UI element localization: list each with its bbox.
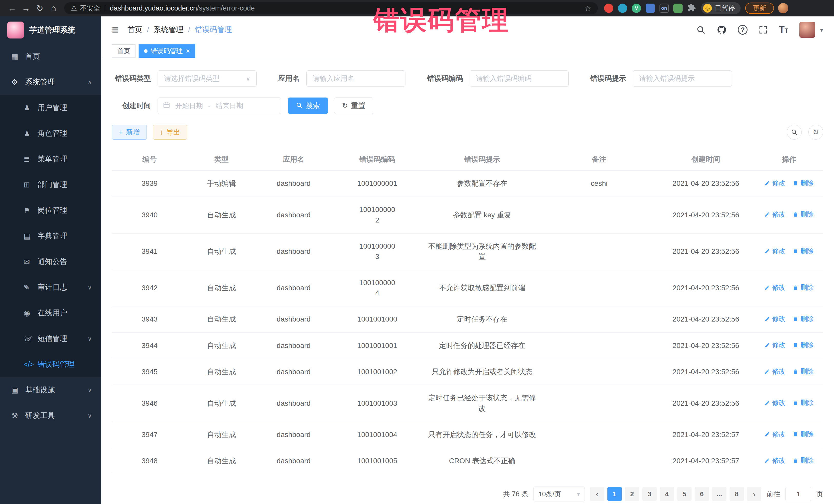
edit-link[interactable]: 修改 [765, 246, 786, 256]
row-operations: 修改删除 [755, 171, 823, 197]
refresh-table-button[interactable]: ↻ [808, 125, 823, 139]
row-time: 2021-04-20 23:52:56 [657, 385, 755, 422]
page-button-4[interactable]: 4 [660, 487, 674, 501]
edit-link[interactable]: 修改 [765, 430, 786, 439]
date-range-picker[interactable]: 开始日期 - 结束日期 [158, 97, 281, 114]
table-row: 3946自动生成dashboard1001001003定时任务已经处于该状态，无… [112, 385, 823, 422]
browser-profile-avatar[interactable] [778, 3, 788, 13]
add-button[interactable]: + 新增 [112, 125, 147, 139]
delete-link[interactable]: 删除 [793, 246, 814, 256]
edit-link[interactable]: 修改 [765, 178, 786, 188]
edit-link[interactable]: 修改 [765, 367, 786, 376]
github-icon[interactable] [717, 25, 726, 35]
record-extension-icon[interactable] [604, 4, 613, 13]
browser-update-button[interactable]: 更新 [745, 3, 774, 14]
address-bar[interactable]: ⚠ 不安全 dashboard.yudao.iocoder.cn/system/… [64, 2, 598, 14]
toggle-search-button[interactable] [787, 125, 802, 139]
fullscreen-icon[interactable] [759, 25, 768, 34]
tab-首页[interactable]: 首页 [112, 44, 135, 58]
app-input[interactable] [306, 70, 405, 87]
sidebar-item-online-users[interactable]: ◉在线用户 [0, 300, 101, 326]
search-icon[interactable] [696, 25, 705, 35]
sidebar-item-infrastructure[interactable]: ▣基础设施∨ [0, 377, 101, 403]
errorcode-icon: </> [24, 360, 38, 369]
sidebar-item-sms-management[interactable]: ☏短信管理∨ [0, 326, 101, 352]
xpath-extension-icon[interactable] [673, 4, 683, 13]
onetab-extension-icon[interactable]: on [659, 4, 669, 13]
reset-button[interactable]: ↻ 重置 [334, 97, 373, 114]
sidebar-item-user-management[interactable]: ♟用户管理 [0, 95, 101, 120]
page-button-2[interactable]: 2 [625, 487, 639, 501]
page-button-1[interactable]: 1 [608, 487, 622, 501]
edit-link[interactable]: 修改 [765, 314, 786, 324]
page-size-select[interactable]: 10条/页 ▾ [533, 486, 585, 501]
forward-icon[interactable]: → [19, 1, 33, 15]
delete-link[interactable]: 删除 [793, 430, 814, 439]
sidebar-item-error-code-management[interactable]: </>错误码管理 [0, 352, 101, 377]
vue-devtools-extension-icon[interactable]: V [632, 4, 641, 13]
page-button-3[interactable]: 3 [642, 487, 657, 501]
sidebar-item-dev-tools[interactable]: ⚒研发工具∨ [0, 403, 101, 429]
delete-link[interactable]: 删除 [793, 367, 814, 376]
breadcrumb-item[interactable]: 系统管理 [154, 25, 183, 35]
url-host: dashboard.yudao.iocoder.cn [110, 4, 197, 12]
more-pages-button[interactable]: ... [712, 487, 726, 501]
edit-link[interactable]: 修改 [765, 340, 786, 350]
delete-link[interactable]: 删除 [793, 210, 814, 219]
bookmark-star-icon[interactable]: ☆ [584, 4, 591, 13]
reload-icon[interactable]: ↻ [33, 1, 47, 15]
sidebar-item-role-management[interactable]: ♟角色管理 [0, 120, 101, 146]
font-size-icon[interactable]: TT [779, 24, 788, 35]
breadcrumb-item[interactable]: 首页 [128, 25, 142, 35]
extensions-puzzle-icon[interactable] [687, 3, 696, 13]
hamburger-icon[interactable]: ≡ [112, 23, 119, 37]
sidebar-item-dict-management[interactable]: ▤字典管理 [0, 223, 101, 249]
delete-link[interactable]: 删除 [793, 314, 814, 324]
help-icon[interactable]: ? [738, 25, 748, 35]
export-button[interactable]: ↓ 导出 [153, 125, 187, 139]
next-page-button[interactable]: › [747, 487, 761, 501]
user-avatar[interactable] [799, 22, 815, 38]
page-button-5[interactable]: 5 [677, 487, 692, 501]
delete-link[interactable]: 删除 [793, 340, 814, 350]
row-remark [542, 448, 657, 474]
edit-link[interactable]: 修改 [765, 283, 786, 292]
goto-page-input[interactable] [786, 487, 811, 501]
sidebar-item-post-management[interactable]: ⚑岗位管理 [0, 198, 101, 223]
table-row: 3943自动生成dashboard1001001000定时任务不存在2021-0… [112, 306, 823, 333]
delete-link[interactable]: 删除 [793, 398, 814, 408]
type-select[interactable]: 请选择错误码类型 ∨ [158, 70, 257, 87]
page-button-6[interactable]: 6 [695, 487, 709, 501]
post-icon: ⚑ [24, 206, 38, 215]
app-logo[interactable]: 芋道管理系统 [0, 17, 101, 44]
table-header-row: 编号类型应用名错误码编码错误码提示备注创建时间操作 [112, 148, 823, 171]
tab-错误码管理[interactable]: 错误码管理× [138, 44, 195, 58]
delete-link[interactable]: 删除 [793, 456, 814, 465]
sidebar-item-menu-management[interactable]: ≣菜单管理 [0, 146, 101, 172]
browser-home-icon[interactable]: ⌂ [47, 1, 61, 15]
sidebar-item-dept-management[interactable]: ⊞部门管理 [0, 172, 101, 198]
filter-group-time: 创建时间 开始日期 - 结束日期 [112, 97, 281, 114]
delete-link[interactable]: 删除 [793, 283, 814, 292]
sidebar-item-notice-management[interactable]: ✉通知公告 [0, 249, 101, 275]
browser-profile-chip[interactable]: ☺ 已暂停 [701, 2, 741, 14]
hint-input[interactable] [633, 70, 732, 87]
code-input[interactable] [469, 70, 569, 87]
edit-link[interactable]: 修改 [765, 398, 786, 408]
page-button-8[interactable]: 8 [729, 487, 744, 501]
back-icon[interactable]: ← [5, 1, 19, 15]
row-hint: CRON 表达式不正确 [423, 448, 542, 474]
delete-link[interactable]: 删除 [793, 178, 814, 188]
tools-icon: ⚒ [11, 411, 25, 420]
stats-extension-icon[interactable] [646, 4, 655, 13]
prev-page-button[interactable]: ‹ [590, 487, 604, 501]
sidebar-item-system-management[interactable]: ⚙系统管理∧ [0, 69, 101, 95]
tab-close-icon[interactable]: × [186, 47, 190, 54]
sidebar-item-audit-log[interactable]: ✎审计日志∨ [0, 275, 101, 300]
sidebar-item-home[interactable]: ▦首页 [0, 44, 101, 69]
edit-link[interactable]: 修改 [765, 210, 786, 219]
picker-extension-icon[interactable] [618, 4, 627, 13]
edit-link[interactable]: 修改 [765, 456, 786, 465]
search-button[interactable]: 搜索 [288, 97, 328, 114]
avatar-caret-down-icon[interactable]: ▾ [820, 26, 823, 34]
